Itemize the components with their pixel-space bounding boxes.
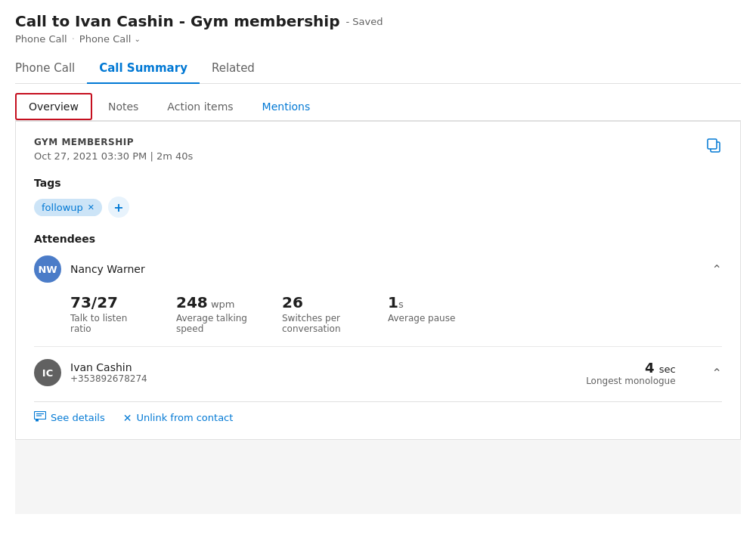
attendees-label: Attendees bbox=[34, 233, 722, 245]
tag-label: followup bbox=[42, 202, 83, 213]
tab-call-summary[interactable]: Call Summary bbox=[87, 54, 200, 84]
stat-label-talking-speed: Average talking speed bbox=[176, 313, 252, 334]
chevron-down-icon: ⌄ bbox=[134, 35, 140, 43]
sub-tab-action-items[interactable]: Action items bbox=[154, 94, 246, 119]
stat-value-talk-listen: 73/27 bbox=[70, 293, 146, 311]
unlink-label: Unlink from contact bbox=[136, 412, 233, 423]
stat-longest-monologue: 4 sec Longest monologue bbox=[586, 360, 675, 386]
tag-remove-icon[interactable]: ✕ bbox=[88, 203, 94, 212]
unlink-icon: ✕ bbox=[123, 412, 132, 424]
stat-value-talking-speed: 248 wpm bbox=[176, 293, 252, 311]
breadcrumb: Phone Call · Phone Call ⌄ bbox=[15, 33, 741, 45]
breadcrumb-label-1: Phone Call bbox=[15, 33, 67, 45]
sub-tabs-container: Overview Notes Action items Mentions bbox=[15, 84, 741, 121]
attendee-info-ivan: IC Ivan Cashin +353892678274 bbox=[34, 359, 147, 386]
attendee-block-ivan-cashin: IC Ivan Cashin +353892678274 4 sec Longe… bbox=[34, 359, 722, 386]
sub-tab-notes[interactable]: Notes bbox=[95, 94, 151, 119]
saved-badge: - Saved bbox=[345, 16, 383, 27]
sub-tab-overview[interactable]: Overview bbox=[15, 93, 92, 120]
tag-chip-followup: followup ✕ bbox=[34, 199, 102, 216]
page-title: Call to Ivan Cashin - Gym membership - S… bbox=[15, 12, 741, 30]
call-name: GYM MEMBERSHIP bbox=[34, 137, 193, 147]
stat-talk-listen: 73/27 Talk to listen ratio bbox=[70, 293, 146, 334]
tab-related[interactable]: Related bbox=[200, 54, 267, 84]
mono-label: Longest monologue bbox=[586, 376, 675, 386]
breadcrumb-label-2: Phone Call bbox=[79, 33, 132, 45]
sub-tabs: Overview Notes Action items Mentions bbox=[15, 93, 741, 120]
stat-avg-talking-speed: 248 wpm Average talking speed bbox=[176, 293, 252, 334]
title-text: Call to Ivan Cashin - Gym membership bbox=[15, 12, 339, 30]
mono-value: 4 sec bbox=[645, 360, 676, 376]
stat-label-switches: Switches per conversation bbox=[282, 313, 358, 334]
call-meta: Oct 27, 2021 03:30 PM | 2m 40s bbox=[34, 150, 193, 162]
attendee-divider bbox=[34, 346, 722, 347]
see-details-icon bbox=[34, 411, 46, 424]
breadcrumb-link-1[interactable]: Phone Call bbox=[15, 33, 67, 45]
attendee-info-nancy: NW Nancy Warner bbox=[34, 255, 145, 283]
call-card: GYM MEMBERSHIP Oct 27, 2021 03:30 PM | 2… bbox=[15, 121, 741, 440]
call-info: GYM MEMBERSHIP Oct 27, 2021 03:30 PM | 2… bbox=[34, 137, 193, 162]
attendees-section: Attendees NW Nancy Warner ⌃ 73/27 Talk t… bbox=[34, 233, 722, 424]
call-date: Oct 27, 2021 03:30 PM bbox=[34, 150, 147, 162]
attendee-name-nancy: Nancy Warner bbox=[70, 263, 145, 275]
call-title-row: GYM MEMBERSHIP Oct 27, 2021 03:30 PM | 2… bbox=[34, 137, 722, 162]
svg-rect-5 bbox=[36, 419, 39, 422]
attendee-block-nancy-warner: NW Nancy Warner ⌃ 73/27 Talk to listen r… bbox=[34, 255, 722, 334]
call-duration: 2m 40s bbox=[156, 150, 193, 162]
page-header: Call to Ivan Cashin - Gym membership - S… bbox=[15, 12, 741, 45]
attendee-header-nancy: NW Nancy Warner ⌃ bbox=[34, 255, 722, 283]
breadcrumb-link-2[interactable]: Phone Call ⌄ bbox=[79, 33, 141, 45]
sub-tab-mentions[interactable]: Mentions bbox=[249, 94, 324, 119]
tab-phone-call[interactable]: Phone Call bbox=[15, 54, 87, 84]
stats-row-nancy: 73/27 Talk to listen ratio 248 wpm Avera… bbox=[70, 293, 722, 334]
collapse-icon-ivan[interactable]: ⌃ bbox=[712, 366, 722, 380]
svg-rect-1 bbox=[708, 139, 717, 149]
tags-row: followup ✕ + bbox=[34, 197, 722, 218]
attendee-name-ivan: Ivan Cashin bbox=[70, 361, 147, 373]
tag-add-button[interactable]: + bbox=[108, 197, 129, 218]
actions-row: See details ✕ Unlink from contact bbox=[34, 401, 722, 424]
attendee-phone-ivan: +353892678274 bbox=[70, 373, 147, 384]
stat-label-talk-listen: Talk to listen ratio bbox=[70, 313, 146, 334]
copy-icon[interactable] bbox=[705, 137, 722, 157]
breadcrumb-separator: · bbox=[72, 33, 75, 45]
stat-value-avg-pause: 1s bbox=[388, 293, 455, 311]
stat-avg-pause: 1s Average pause bbox=[388, 293, 455, 334]
stat-value-switches: 26 bbox=[282, 293, 358, 311]
unlink-contact-link[interactable]: ✕ Unlink from contact bbox=[123, 412, 234, 424]
attendee-name-phone-block: Ivan Cashin +353892678274 bbox=[70, 361, 147, 384]
tags-label: Tags bbox=[34, 177, 722, 189]
stat-switches: 26 Switches per conversation bbox=[282, 293, 358, 334]
attendee2-row: IC Ivan Cashin +353892678274 4 sec Longe… bbox=[34, 359, 722, 386]
call-meta-sep: | bbox=[150, 150, 156, 162]
see-details-label: See details bbox=[51, 412, 105, 423]
page-container: Call to Ivan Cashin - Gym membership - S… bbox=[0, 0, 756, 551]
see-details-link[interactable]: See details bbox=[34, 411, 105, 424]
collapse-icon-nancy[interactable]: ⌃ bbox=[712, 262, 722, 277]
top-tabs: Phone Call Call Summary Related bbox=[15, 54, 741, 84]
stat-label-avg-pause: Average pause bbox=[388, 313, 455, 323]
content-area: GYM MEMBERSHIP Oct 27, 2021 03:30 PM | 2… bbox=[15, 121, 741, 514]
avatar-nancy-warner: NW bbox=[34, 255, 61, 283]
avatar-ivan-cashin: IC bbox=[34, 359, 61, 386]
